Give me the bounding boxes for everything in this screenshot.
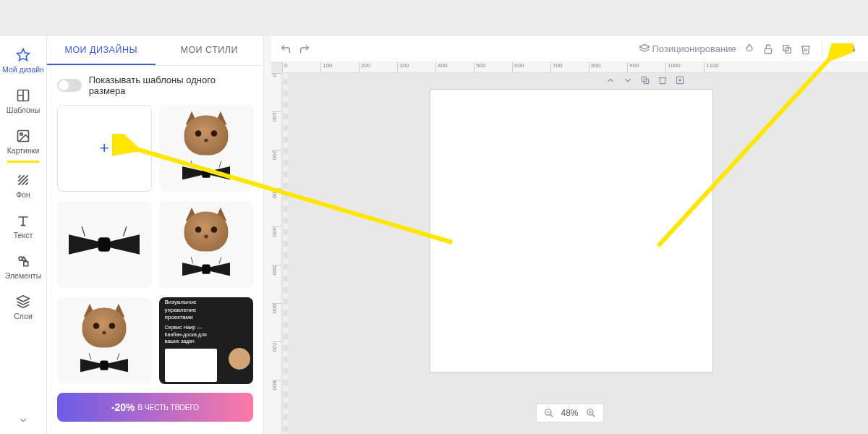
layers-icon: [639, 43, 650, 55]
add-page-icon[interactable]: [675, 75, 685, 85]
texture-icon: [16, 173, 30, 187]
thumb-subtext: Сервис Наир — Канбан-доска для ваших зад…: [165, 324, 218, 344]
thumb-heading: Визуальное управление проектами: [165, 299, 218, 321]
zoom-in-icon[interactable]: [586, 408, 596, 418]
zoom-value: 48%: [561, 408, 578, 418]
ruler-vertical: 0100200300400500600700800: [271, 73, 282, 434]
ruler-edge: [284, 73, 288, 434]
sidebar-item-templates[interactable]: Шаблоны: [0, 81, 46, 122]
sidebar-item-elements[interactable]: Элементы: [0, 247, 46, 287]
design-thumb[interactable]: [57, 297, 152, 384]
svg-marker-6: [17, 296, 30, 302]
undo-button[interactable]: [280, 43, 292, 55]
canvas-toolbar: Позиционирование SVG: [271, 36, 868, 62]
trash-icon: [800, 43, 812, 55]
droplet-icon: [744, 43, 755, 55]
layers-icon: [16, 294, 30, 309]
design-thumb-banner[interactable]: -20% В ЧЕСТЬ ТВОЕГО: [57, 393, 253, 422]
layout-icon: [16, 88, 30, 103]
sidebar-item-label: Фон: [16, 190, 30, 199]
thumbnail-grid: + Визуальное управление проектамиСервис …: [47, 105, 263, 434]
chevron-down-icon: [18, 415, 28, 425]
canvas-area: 010020030040050060070080090010001100 010…: [271, 62, 868, 434]
star-icon: [16, 48, 30, 62]
trash-icon[interactable]: [658, 75, 668, 85]
redo-icon: [299, 43, 310, 55]
sidebar-item-label: Слои: [14, 312, 33, 320]
undo-icon: [280, 43, 292, 55]
delete-button[interactable]: [800, 43, 812, 55]
chevron-up-icon[interactable]: [605, 75, 616, 85]
svg-rect-5: [24, 262, 28, 266]
same-size-toggle-row: Показывать шаблоны одного размера: [47, 66, 263, 105]
image-icon: [16, 129, 30, 143]
sidebar-item-my-design[interactable]: Мой дизайн: [0, 41, 46, 81]
lock-button[interactable]: [762, 43, 774, 55]
same-size-toggle[interactable]: [57, 79, 82, 92]
sidebar-item-label: Мой дизайн: [2, 65, 44, 74]
tab-my-designs[interactable]: МОИ ДИЗАЙНЫ: [47, 36, 156, 65]
positioning-label: Позиционирование: [652, 43, 736, 54]
sidebar-active-underline: [7, 161, 39, 163]
ruler-horizontal: 010020030040050060070080090010001100: [282, 62, 868, 73]
sidebar: Мой дизайн Шаблоны Картинки Фон Текст Эл…: [0, 36, 47, 434]
svg-point-3: [20, 133, 22, 135]
banner-percent: -20%: [111, 401, 135, 413]
design-thumb[interactable]: Визуальное управление проектамиСервис На…: [159, 297, 254, 384]
new-design-thumb[interactable]: +: [57, 105, 152, 192]
plus-icon: +: [100, 139, 109, 158]
tab-my-styles[interactable]: МОИ СТИЛИ: [156, 36, 264, 65]
text-icon: [16, 213, 30, 228]
sidebar-item-text[interactable]: Текст: [0, 206, 46, 247]
sidebar-item-label: Шаблоны: [7, 106, 40, 114]
svg-marker-0: [17, 49, 30, 61]
zoom-control: 48%: [535, 404, 603, 422]
unlock-icon: [762, 43, 774, 55]
banner-text: В ЧЕСТЬ ТВОЕГО: [137, 404, 199, 412]
canvas-column: Позиционирование SVG 0100200300400500600…: [271, 36, 868, 434]
export-format-button[interactable]: SVG: [833, 41, 859, 57]
zoom-out-icon[interactable]: [543, 408, 553, 418]
page-actions: [605, 75, 685, 85]
svg-rect-8: [765, 48, 771, 54]
artboard[interactable]: [430, 90, 712, 372]
design-thumb[interactable]: [57, 201, 152, 288]
sidebar-item-label: Текст: [14, 231, 33, 239]
sidebar-more[interactable]: [18, 409, 28, 434]
design-thumb[interactable]: [159, 201, 254, 288]
duplicate-button[interactable]: [781, 43, 793, 55]
opacity-button[interactable]: [744, 43, 755, 55]
design-thumb[interactable]: [159, 105, 254, 192]
sidebar-item-label: Элементы: [5, 271, 41, 280]
sidebar-item-layers[interactable]: Слои: [0, 287, 46, 328]
side-panel: МОИ ДИЗАЙНЫ МОИ СТИЛИ Показывать шаблоны…: [47, 36, 264, 434]
svg-marker-7: [639, 44, 649, 49]
chevron-down-icon[interactable]: [623, 75, 633, 85]
positioning-button[interactable]: Позиционирование: [639, 43, 736, 55]
copy-icon: [781, 43, 793, 55]
shapes-icon: [16, 254, 30, 268]
sidebar-item-background[interactable]: Фон: [0, 166, 46, 206]
sidebar-item-label: Картинки: [7, 146, 40, 155]
sidebar-item-images[interactable]: Картинки: [0, 122, 46, 162]
copy-icon[interactable]: [640, 75, 650, 85]
panel-tabs: МОИ ДИЗАЙНЫ МОИ СТИЛИ: [47, 36, 263, 66]
redo-button[interactable]: [299, 43, 310, 55]
toggle-label: Показывать шаблоны одного размера: [89, 75, 253, 96]
